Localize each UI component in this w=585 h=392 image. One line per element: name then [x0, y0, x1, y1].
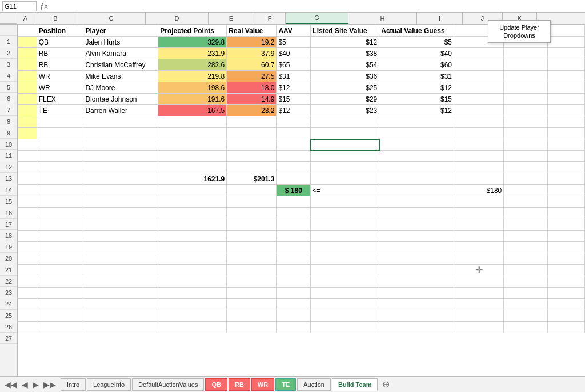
- cell-i21[interactable]: [454, 253, 504, 265]
- cell-h19[interactable]: [379, 231, 454, 242]
- cell-h14[interactable]: [379, 173, 454, 185]
- cell-a10[interactable]: [18, 128, 37, 139]
- cell-h25[interactable]: [379, 299, 454, 310]
- col-header-b[interactable]: B: [34, 13, 77, 24]
- cell-g6[interactable]: $25: [311, 82, 379, 94]
- cell-c15[interactable]: [83, 185, 158, 196]
- cell-c25[interactable]: [83, 299, 158, 310]
- cell-d1[interactable]: Projected Points: [158, 25, 227, 37]
- cell-g13[interactable]: [311, 162, 379, 173]
- cell-j14[interactable]: [504, 173, 547, 185]
- cell-h13[interactable]: [379, 162, 454, 173]
- cell-a24[interactable]: [18, 288, 37, 299]
- cell-k7[interactable]: [547, 94, 584, 105]
- cell-i10[interactable]: [454, 128, 504, 139]
- cell-a11[interactable]: [18, 139, 37, 151]
- cell-g16[interactable]: [311, 196, 379, 208]
- cell-d16[interactable]: [158, 196, 227, 208]
- cell-e21[interactable]: [227, 253, 277, 265]
- col-header-c[interactable]: C: [77, 13, 146, 24]
- cell-d5[interactable]: 219.8: [158, 71, 227, 82]
- cell-c24[interactable]: [83, 288, 158, 299]
- cell-e12[interactable]: [227, 151, 277, 162]
- cell-h24[interactable]: [379, 288, 454, 299]
- cell-c5[interactable]: Mike Evans: [83, 71, 158, 82]
- cell-f13[interactable]: [277, 162, 311, 173]
- cell-b11[interactable]: [37, 139, 83, 151]
- cell-e13[interactable]: [227, 162, 277, 173]
- cell-b7[interactable]: FLEX: [37, 94, 83, 105]
- cell-c3[interactable]: Alvin Kamara: [83, 48, 158, 59]
- cell-a27[interactable]: [18, 322, 37, 333]
- cell-j22[interactable]: [504, 265, 547, 276]
- cell-f11[interactable]: [277, 139, 311, 151]
- cell-b18[interactable]: [37, 219, 83, 231]
- cell-j15[interactable]: [504, 185, 547, 196]
- cell-i27[interactable]: [454, 322, 504, 333]
- cell-c7[interactable]: Diontae Johnson: [83, 94, 158, 105]
- tab-nav-right-right[interactable]: ▶▶: [41, 380, 58, 389]
- cell-g3[interactable]: $38: [311, 48, 379, 59]
- cell-h23[interactable]: [379, 276, 454, 288]
- cell-b16[interactable]: [37, 196, 83, 208]
- cell-f3[interactable]: $40: [277, 48, 311, 59]
- cell-f21[interactable]: [277, 253, 311, 265]
- cell-g21[interactable]: [311, 253, 379, 265]
- cell-k1[interactable]: [547, 25, 584, 37]
- cell-f1[interactable]: AAV: [277, 25, 311, 37]
- cell-b10[interactable]: [37, 128, 83, 139]
- cell-d24[interactable]: [158, 288, 227, 299]
- cell-d6[interactable]: 198.6: [158, 82, 227, 94]
- tab-intro[interactable]: Intro: [61, 378, 86, 391]
- cell-j12[interactable]: [504, 151, 547, 162]
- cell-f12[interactable]: [277, 151, 311, 162]
- cell-e9[interactable]: [227, 116, 277, 128]
- cell-f27[interactable]: [277, 322, 311, 333]
- cell-a15[interactable]: [18, 185, 37, 196]
- cell-d22[interactable]: [158, 265, 227, 276]
- col-header-h[interactable]: H: [348, 13, 417, 24]
- cell-f18[interactable]: [277, 219, 311, 231]
- cell-b14[interactable]: [37, 173, 83, 185]
- formula-input[interactable]: [51, 1, 583, 11]
- cell-f10[interactable]: [277, 128, 311, 139]
- cell-b25[interactable]: [37, 299, 83, 310]
- cell-c21[interactable]: [83, 253, 158, 265]
- cell-k5[interactable]: [547, 71, 584, 82]
- col-header-d[interactable]: D: [146, 13, 209, 24]
- cell-k12[interactable]: [547, 151, 584, 162]
- cell-i25[interactable]: [454, 299, 504, 310]
- tab-nav-left[interactable]: ◀: [19, 380, 30, 389]
- cell-g24[interactable]: [311, 288, 379, 299]
- cell-b22[interactable]: [37, 265, 83, 276]
- cell-d18[interactable]: [158, 219, 227, 231]
- cell-f26[interactable]: [277, 310, 311, 322]
- cell-f15-budget[interactable]: $ 180: [277, 185, 311, 196]
- cell-a8[interactable]: [18, 105, 37, 116]
- cell-e3[interactable]: 37.9: [227, 48, 277, 59]
- cell-c17[interactable]: [83, 208, 158, 219]
- tab-qb[interactable]: QB: [205, 378, 227, 391]
- cell-c12[interactable]: [83, 151, 158, 162]
- cell-c6[interactable]: DJ Moore: [83, 82, 158, 94]
- cell-c11[interactable]: [83, 139, 158, 151]
- cell-c20[interactable]: [83, 242, 158, 253]
- cell-k24[interactable]: [547, 288, 584, 299]
- cell-g17[interactable]: [311, 208, 379, 219]
- cell-j5[interactable]: [504, 71, 547, 82]
- tab-rb[interactable]: RB: [229, 378, 250, 391]
- col-header-f[interactable]: F: [254, 13, 286, 24]
- update-player-dropdowns-button[interactable]: Update PlayerDropdowns: [488, 20, 551, 43]
- cell-j17[interactable]: [504, 208, 547, 219]
- tab-wr[interactable]: WR: [251, 378, 274, 391]
- cell-b9[interactable]: [37, 116, 83, 128]
- tab-nav-right[interactable]: ▶: [30, 380, 41, 389]
- cell-k20[interactable]: [547, 242, 584, 253]
- cell-c9[interactable]: [83, 116, 158, 128]
- cell-f19[interactable]: [277, 231, 311, 242]
- cell-b6[interactable]: WR: [37, 82, 83, 94]
- cell-d7[interactable]: 191.6: [158, 94, 227, 105]
- cell-j23[interactable]: [504, 276, 547, 288]
- cell-b27[interactable]: [37, 322, 83, 333]
- cell-g8[interactable]: $23: [311, 105, 379, 116]
